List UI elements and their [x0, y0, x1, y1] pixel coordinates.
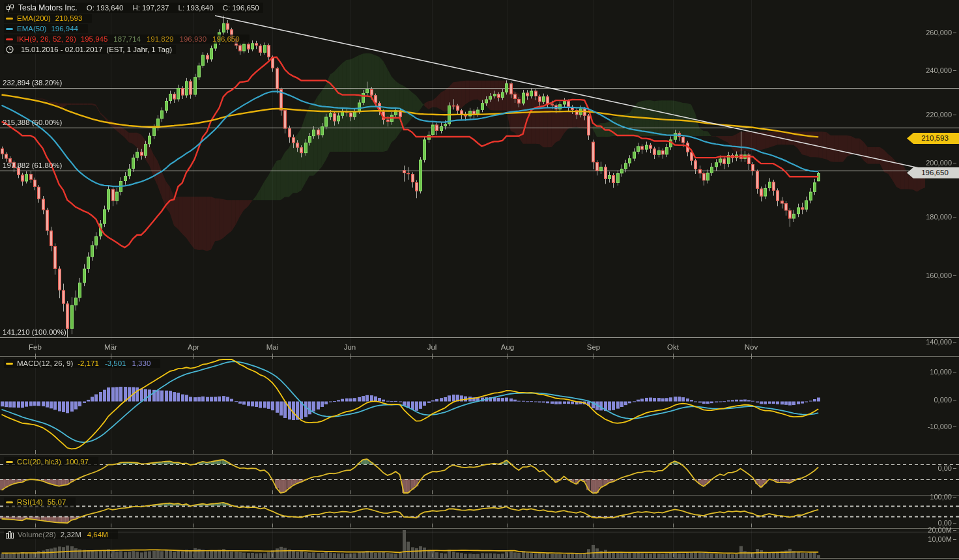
price-tick-label: 140,000	[926, 338, 952, 346]
price-tick-label: 160,000	[926, 272, 952, 279]
open-value: O:193,640	[87, 4, 124, 12]
rsi-name: RSI(14)	[17, 498, 43, 506]
volume-tick-label: 10,00M	[928, 535, 952, 543]
period-detail: (EST, 1 Jahr, 1 Tag)	[106, 46, 172, 53]
rsi-value: 55,07	[48, 498, 66, 506]
clock-icon	[6, 46, 14, 53]
legend-ema200-row[interactable]: EMA(200)210,593	[4, 13, 263, 23]
macd-legend[interactable]: MACD(12, 26, 9) -2,171 -3,501 1,330	[4, 359, 160, 368]
month-label-nov: Nov	[745, 343, 758, 351]
volume-legend[interactable]: Volume(28) 2,32M 4,64M	[4, 530, 118, 539]
fib-level-label: 232,894 (38.20%)	[3, 79, 62, 87]
macd-tick-label: 10,000	[930, 368, 952, 376]
price-chart-canvas[interactable]	[0, 0, 959, 560]
macd-tick-label: -10,000	[928, 423, 952, 430]
ema200-marker-icon	[6, 18, 13, 20]
cci-tick-label: 0,00	[938, 464, 952, 472]
charting-application: Tesla Motors Inc. O:193,640 H:197,237 L:…	[0, 0, 959, 560]
month-label-okt: Okt	[667, 343, 679, 351]
price-tick-label: 240,000	[926, 66, 952, 74]
ikh-marker-icon	[6, 38, 13, 40]
macd-signal-value: -3,501	[105, 359, 126, 367]
fib-level-label: 197,882 (61.80%)	[3, 161, 62, 169]
candlestick-icon	[6, 4, 15, 12]
macd-marker	[6, 363, 13, 365]
ikh-value-1: 187,714	[113, 35, 141, 43]
cci-marker	[6, 461, 13, 463]
volume-tick-label: 20,00M	[928, 526, 952, 534]
volume-bars-icon	[6, 531, 14, 539]
volume-current-value: 2,32M	[61, 531, 81, 539]
low-value: L:193,640	[179, 4, 214, 12]
month-label-mär: Mär	[104, 343, 117, 351]
period-range: 15.01.2016 - 02.01.2017	[21, 46, 102, 53]
indicator-legends: EMA(200)210,593EMA(50)196,944IKH(9, 26, …	[4, 13, 263, 44]
macd-name: MACD(12, 26, 9)	[17, 359, 73, 367]
month-label-jul: Jul	[427, 343, 437, 351]
legend-ikh-row[interactable]: IKH(9, 26, 52, 26)195,945187,714191,8291…	[4, 34, 263, 44]
rsi-tick-label: 100,00	[930, 493, 952, 501]
high-value: H:197,237	[132, 4, 169, 12]
macd-hist-value: 1,330	[132, 359, 151, 367]
ikh-value-0: 195,945	[81, 35, 108, 43]
chart-header: Tesla Motors Inc. O:193,640 H:197,237 L:…	[4, 3, 263, 55]
ikh-label: IKH(9, 26, 52, 26)	[17, 35, 76, 43]
ema50-marker-icon	[6, 28, 13, 30]
fib-level-label: 215,388 (50.00%)	[3, 119, 62, 126]
month-label-aug: Aug	[501, 343, 514, 351]
month-label-jun: Jun	[344, 343, 356, 351]
cci-name: CCI(20, hlc3)	[17, 458, 61, 466]
ema200-price-badge: 210,593	[907, 133, 959, 144]
macd-tick-label: 0,000	[934, 396, 952, 404]
ema50-label: EMA(50)	[17, 25, 46, 33]
rsi-marker	[6, 501, 13, 503]
legend-ema50-row[interactable]: EMA(50)196,944	[4, 23, 263, 34]
price-tick-label: 220,000	[926, 111, 952, 119]
volume-name: Volume(28)	[18, 531, 56, 539]
cci-legend[interactable]: CCI(20, hlc3) 100,97	[4, 457, 98, 466]
ema50-value-0: 196,944	[51, 25, 78, 33]
price-tick-label: 260,000	[926, 29, 952, 36]
macd-value: -2,171	[78, 359, 99, 367]
rsi-legend[interactable]: RSI(14) 55,07	[4, 497, 76, 507]
ema200-label: EMA(200)	[17, 14, 51, 22]
symbol-row: Tesla Motors Inc. O:193,640 H:197,237 L:…	[4, 3, 263, 13]
volume-ma-value: 4,64M	[87, 531, 108, 539]
month-label-sep: Sep	[587, 343, 600, 351]
period-row: 15.01.2016 - 02.01.2017 (EST, 1 Jahr, 1 …	[4, 44, 263, 55]
ikh-value-4: 196,650	[212, 35, 240, 43]
ema200-value-0: 210,593	[55, 14, 83, 22]
ikh-value-2: 191,829	[147, 35, 174, 43]
fib-level-label: 141,210 (100.00%)	[3, 328, 66, 336]
month-label-feb: Feb	[29, 343, 42, 351]
month-label-mai: Mai	[266, 343, 279, 351]
cci-value: 100,97	[66, 458, 89, 466]
symbol-title: Tesla Motors Inc.	[18, 3, 78, 12]
last-price-badge: 196,650	[907, 167, 959, 178]
price-tick-label: 180,000	[926, 213, 952, 221]
ohlc-readout: O:193,640 H:197,237 L:193,640 C:196,650	[87, 4, 259, 12]
month-label-apr: Apr	[188, 343, 199, 351]
ikh-value-3: 196,930	[180, 35, 207, 43]
price-tick-label: 200,000	[926, 159, 952, 167]
close-value: C:196,650	[223, 4, 259, 12]
